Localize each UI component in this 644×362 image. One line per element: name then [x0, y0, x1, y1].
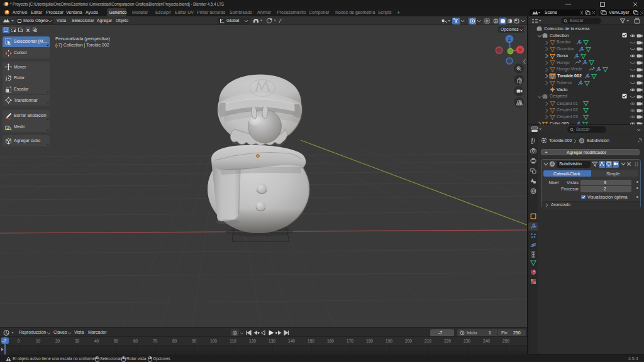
- svg-text:Z: Z: [508, 36, 511, 42]
- svg-text:X: X: [518, 47, 521, 53]
